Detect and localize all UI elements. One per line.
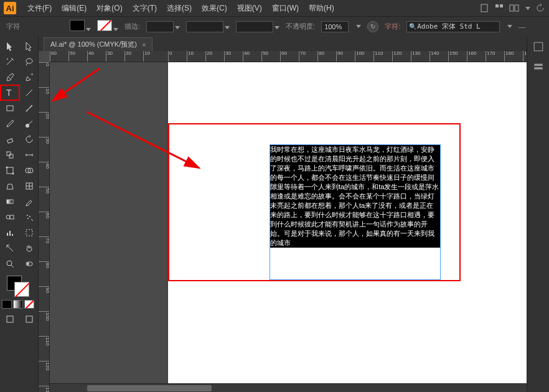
tools-panel: +T (0, 36, 39, 392)
symbol-sprayer-tool[interactable] (20, 210, 39, 225)
screen-mode-normal[interactable] (1, 312, 19, 327)
document-tab[interactable]: AI.ai* @ 100% (CMYK/预览) × (44, 37, 152, 51)
svg-line-9 (26, 90, 32, 96)
document-area: AI.ai* @ 100% (CMYK/预览) × 60504030201001… (39, 36, 527, 392)
rotate-tool[interactable] (20, 132, 39, 147)
svg-point-24 (27, 215, 28, 216)
app-logo: Ai (4, 2, 16, 14)
type-tool[interactable]: T (1, 85, 19, 100)
doc-icon[interactable] (479, 3, 489, 13)
opacity-input[interactable] (321, 21, 349, 32)
eyedropper-tool[interactable] (20, 194, 39, 209)
slice-tool[interactable] (1, 241, 19, 256)
char-panel-label[interactable]: 字符 (6, 22, 20, 31)
scrollbar-thumb[interactable] (87, 385, 212, 391)
recolor-button[interactable]: ↻ (367, 21, 378, 32)
panel-icon[interactable] (533, 61, 544, 72)
scrollbar-horizontal[interactable] (50, 383, 527, 392)
menu-对象(O)[interactable]: 对象(O) (92, 2, 127, 15)
blend-tool[interactable] (1, 210, 19, 225)
brush-def[interactable] (236, 21, 279, 32)
gradient-tool[interactable] (1, 194, 19, 209)
menu-帮助(H)[interactable]: 帮助(H) (304, 2, 339, 15)
sync-icon[interactable] (535, 3, 545, 13)
scale-tool[interactable] (1, 147, 19, 162)
pen-tool[interactable] (1, 70, 19, 85)
add-anchor-tool[interactable]: + (20, 70, 39, 85)
font-style[interactable]: — (518, 23, 525, 30)
magic-wand-tool[interactable] (1, 54, 19, 69)
direct-selection-tool[interactable] (20, 39, 39, 54)
grid-icon[interactable] (494, 3, 504, 13)
eraser-tool[interactable] (1, 132, 19, 147)
perspective-tool[interactable] (1, 179, 19, 194)
text-frame[interactable]: 我时常在想，这座城市日夜车水马龙，灯红酒绿，安静的时候也不过是在清晨阳光升起之前… (270, 144, 441, 280)
color-gradient[interactable] (13, 300, 23, 309)
width-tool[interactable] (20, 147, 39, 162)
svg-rect-34 (7, 316, 13, 322)
close-icon[interactable]: × (142, 41, 146, 49)
text-content[interactable]: 我时常在想，这座城市日夜车水马龙，灯红酒绿，安静的时候也不过是在清晨阳光升起之前… (270, 145, 440, 248)
tab-bar: AI.ai* @ 100% (CMYK/预览) × (39, 36, 527, 51)
font-family-input[interactable] (406, 21, 500, 32)
svg-point-33 (27, 263, 29, 265)
svg-point-22 (6, 215, 10, 219)
toggle-tool[interactable] (20, 256, 39, 271)
svg-rect-4 (515, 5, 518, 11)
svg-rect-13 (7, 152, 11, 156)
font-dropdown[interactable] (507, 25, 512, 28)
artboard-tool[interactable] (20, 225, 39, 240)
svg-rect-28 (9, 231, 11, 236)
line-tool[interactable] (20, 85, 39, 100)
paintbrush-tool[interactable] (20, 101, 39, 116)
svg-point-26 (27, 218, 29, 219)
panel-icon[interactable] (533, 41, 544, 52)
selection-tool[interactable] (1, 39, 19, 54)
options-bar: 字符 描边: 不透明度: ↻ 字符: 🔍 — (0, 16, 549, 36)
panel-dock (527, 36, 549, 392)
rectangle-tool[interactable] (1, 101, 19, 116)
mesh-tool[interactable] (20, 179, 39, 194)
color-solid[interactable] (2, 300, 12, 309)
menu-文字(T)[interactable]: 文字(T) (128, 2, 162, 15)
ruler-vertical[interactable]: 0102030405060708090100110120130 (39, 62, 50, 392)
svg-rect-15 (7, 167, 13, 174)
svg-point-17 (12, 173, 14, 175)
menu-窗口(W)[interactable]: 窗口(W) (267, 2, 304, 15)
svg-rect-40 (534, 67, 543, 69)
arrange-icon[interactable] (509, 3, 519, 13)
screen-mode-full[interactable] (20, 312, 39, 327)
svg-rect-3 (510, 5, 514, 11)
menu-选择(S)[interactable]: 选择(S) (162, 2, 197, 15)
blob-brush-tool[interactable] (20, 116, 39, 131)
canvas[interactable]: 我时常在想，这座城市日夜车水马龙，灯红酒绿，安静的时候也不过是在清晨阳光升起之前… (50, 62, 527, 392)
svg-point-25 (29, 216, 30, 217)
zoom-tool[interactable] (1, 256, 19, 271)
stroke-swatch[interactable] (97, 20, 118, 34)
menu-效果(C)[interactable]: 效果(C) (197, 2, 232, 15)
arrange-dropdown[interactable] (525, 7, 530, 10)
color-none[interactable] (24, 300, 34, 309)
lasso-tool[interactable] (20, 54, 39, 69)
svg-point-5 (7, 58, 8, 60)
svg-point-31 (7, 261, 12, 266)
menubar-right (479, 3, 545, 13)
hand-tool[interactable] (20, 241, 39, 256)
menu-文件(F)[interactable]: 文件(F) (22, 2, 57, 15)
fill-stroke-control[interactable] (1, 272, 39, 299)
menu-编辑(E)[interactable]: 编辑(E) (57, 2, 92, 15)
svg-point-16 (6, 167, 8, 169)
free-transform-tool[interactable] (1, 163, 19, 178)
ruler-horizontal[interactable]: 6050403020100102030405060708090100110120… (50, 51, 527, 62)
opacity-dropdown[interactable] (356, 25, 361, 28)
stroke-weight[interactable] (146, 21, 180, 32)
fill-swatch[interactable] (70, 20, 91, 34)
svg-rect-30 (26, 230, 32, 236)
column-graph-tool[interactable] (1, 225, 19, 240)
svg-rect-1 (495, 4, 499, 7)
stroke-profile[interactable] (186, 21, 230, 32)
opacity-label: 不透明度: (286, 22, 315, 31)
pencil-tool[interactable] (1, 116, 19, 131)
menu-视图(V)[interactable]: 视图(V) (232, 2, 267, 15)
shape-builder-tool[interactable] (20, 163, 39, 178)
